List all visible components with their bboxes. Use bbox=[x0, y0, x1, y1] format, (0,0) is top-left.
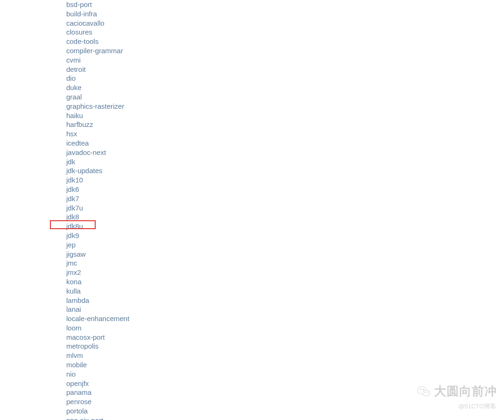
repo-item: kona bbox=[66, 277, 504, 287]
repo-link-jdk10[interactable]: jdk10 bbox=[66, 176, 83, 184]
repo-link-mobile[interactable]: mobile bbox=[66, 361, 87, 369]
repo-item: closures bbox=[66, 28, 504, 37]
repo-item: jdk8 bbox=[66, 212, 504, 222]
repo-item: build-infra bbox=[66, 9, 504, 19]
repo-link-bsd-port[interactable]: bsd-port bbox=[66, 0, 92, 8]
svg-point-4 bbox=[424, 392, 425, 392]
repo-link-ppc-aix-port[interactable]: ppc-aix-port bbox=[66, 416, 103, 420]
repo-item: jmc bbox=[66, 259, 504, 268]
watermark: 大圆向前冲 @51CTO博客 bbox=[416, 383, 497, 411]
repo-link-jdk6[interactable]: jdk6 bbox=[66, 185, 79, 193]
repo-item: mobile bbox=[66, 360, 504, 370]
repo-link-jdk[interactable]: jdk bbox=[66, 158, 75, 166]
repo-item: lambda bbox=[66, 296, 504, 305]
repo-link-metropolis[interactable]: metropolis bbox=[66, 342, 98, 350]
repo-item: code-tools bbox=[66, 37, 504, 46]
repo-item: harfbuzz bbox=[66, 120, 504, 129]
repo-link-portola[interactable]: portola bbox=[66, 407, 88, 415]
repo-item: graal bbox=[66, 92, 504, 102]
repo-link-openjfx[interactable]: openjfx bbox=[66, 379, 89, 387]
repo-link-detroit[interactable]: detroit bbox=[66, 65, 86, 73]
repo-link-jmc[interactable]: jmc bbox=[66, 259, 77, 267]
repo-link-lambda[interactable]: lambda bbox=[66, 296, 89, 304]
repo-link-compiler-grammar[interactable]: compiler-grammar bbox=[66, 47, 123, 55]
repo-item: mlvm bbox=[66, 351, 504, 360]
repo-item: compiler-grammar bbox=[66, 46, 504, 56]
repo-link-lanai[interactable]: lanai bbox=[66, 305, 81, 313]
repo-link-haiku[interactable]: haiku bbox=[66, 112, 83, 119]
repo-link-graal[interactable]: graal bbox=[66, 93, 82, 101]
repo-item: jdk bbox=[66, 157, 504, 167]
repo-link-jmx2[interactable]: jmx2 bbox=[66, 268, 81, 276]
repo-link-jigsaw[interactable]: jigsaw bbox=[66, 250, 86, 258]
repo-item: jep bbox=[66, 240, 504, 250]
repo-link-jdk-updates[interactable]: jdk-updates bbox=[66, 167, 103, 175]
repo-item: icedtea bbox=[66, 139, 504, 148]
repo-link-harfbuzz[interactable]: harfbuzz bbox=[66, 120, 93, 128]
repo-link-mlvm[interactable]: mlvm bbox=[66, 351, 83, 359]
repo-link-icedtea[interactable]: icedtea bbox=[66, 139, 89, 147]
svg-point-5 bbox=[427, 392, 428, 392]
repo-link-kona[interactable]: kona bbox=[66, 278, 82, 286]
repo-item: nio bbox=[66, 370, 504, 379]
svg-point-1 bbox=[423, 390, 430, 396]
repo-item: jdk8u bbox=[66, 222, 504, 231]
repo-link-jep[interactable]: jep bbox=[66, 241, 76, 249]
repo-link-closures[interactable]: closures bbox=[66, 28, 92, 36]
repo-item: haiku bbox=[66, 111, 504, 120]
repo-link-jdk8u[interactable]: jdk8u bbox=[66, 222, 83, 230]
repo-link-macosx-port[interactable]: macosx-port bbox=[66, 333, 105, 341]
repo-link-graphics-rasterizer[interactable]: graphics-rasterizer bbox=[66, 102, 124, 110]
repo-item: jmx2 bbox=[66, 268, 504, 277]
repo-link-jdk8[interactable]: jdk8 bbox=[66, 213, 79, 221]
repo-link-jdk9[interactable]: jdk9 bbox=[66, 231, 79, 239]
repo-item: caciocavallo bbox=[66, 19, 504, 28]
repo-item: jdk7 bbox=[66, 194, 504, 203]
repo-item: cvmi bbox=[66, 56, 504, 65]
svg-point-3 bbox=[423, 389, 424, 390]
repo-item: javadoc-next bbox=[66, 148, 504, 157]
wechat-icon bbox=[416, 384, 431, 399]
repo-item: jdk-updates bbox=[66, 166, 504, 175]
repo-link-hsx[interactable]: hsx bbox=[66, 130, 77, 138]
repo-item: jdk9 bbox=[66, 231, 504, 240]
repo-link-duke[interactable]: duke bbox=[66, 84, 82, 91]
repo-link-caciocavallo[interactable]: caciocavallo bbox=[66, 19, 105, 27]
repo-list: bsd-portbuild-infracaciocavalloclosuresc… bbox=[0, 0, 504, 420]
repo-link-nio[interactable]: nio bbox=[66, 370, 76, 378]
watermark-main: 大圆向前冲 bbox=[416, 383, 497, 399]
watermark-sub: @51CTO博客 bbox=[416, 402, 497, 411]
repo-item: metropolis bbox=[66, 342, 504, 351]
repo-item: dio bbox=[66, 74, 504, 83]
repo-item: lanai bbox=[66, 305, 504, 314]
svg-point-2 bbox=[420, 389, 421, 390]
repo-link-panama[interactable]: panama bbox=[66, 388, 91, 396]
repo-item: jdk10 bbox=[66, 175, 504, 185]
repo-item: ppc-aix-port bbox=[66, 416, 504, 420]
repo-link-loom[interactable]: loom bbox=[66, 324, 82, 332]
repo-link-jdk7[interactable]: jdk7 bbox=[66, 195, 79, 203]
repo-item: hsx bbox=[66, 129, 504, 139]
repo-item: jdk7u bbox=[66, 203, 504, 213]
repo-link-javadoc-next[interactable]: javadoc-next bbox=[66, 148, 106, 156]
repo-link-locale-enhancement[interactable]: locale-enhancement bbox=[66, 315, 129, 322]
repo-item: kulla bbox=[66, 287, 504, 296]
repo-item: detroit bbox=[66, 65, 504, 74]
repo-item: bsd-port bbox=[66, 0, 504, 9]
repo-link-code-tools[interactable]: code-tools bbox=[66, 37, 98, 45]
repo-link-dio[interactable]: dio bbox=[66, 74, 76, 82]
repo-link-penrose[interactable]: penrose bbox=[66, 398, 91, 406]
repo-item: macosx-port bbox=[66, 333, 504, 342]
repo-item: graphics-rasterizer bbox=[66, 102, 504, 111]
repo-item: duke bbox=[66, 83, 504, 92]
repo-item: jigsaw bbox=[66, 250, 504, 259]
repo-link-jdk7u[interactable]: jdk7u bbox=[66, 204, 83, 212]
repo-item: loom bbox=[66, 323, 504, 333]
repo-item: jdk6 bbox=[66, 185, 504, 194]
repo-item: locale-enhancement bbox=[66, 314, 504, 323]
repo-link-cvmi[interactable]: cvmi bbox=[66, 56, 81, 64]
repo-link-build-infra[interactable]: build-infra bbox=[66, 10, 97, 18]
watermark-text: 大圆向前冲 bbox=[434, 383, 497, 399]
repo-link-kulla[interactable]: kulla bbox=[66, 287, 81, 295]
